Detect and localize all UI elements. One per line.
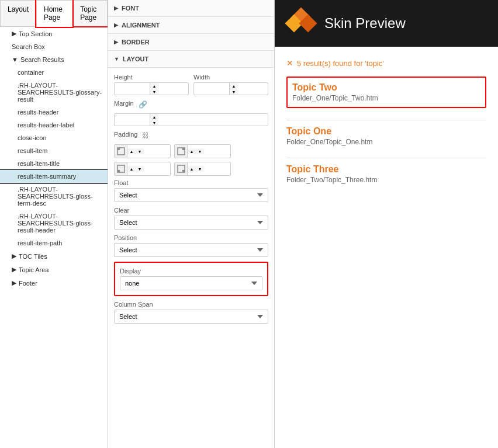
left-panel: Layout Home Page Topic Page ▶ Top Sectio… <box>0 0 108 448</box>
width-label: Width <box>193 74 268 81</box>
sidebar-item-search-box[interactable]: Search Box <box>0 40 108 53</box>
result-divider-1 <box>286 120 486 120</box>
padding-br-icon <box>175 162 188 175</box>
padding-tr-spinner: ▲ ▼ <box>188 148 204 154</box>
margin-row: Margin 🔗 <box>114 100 268 109</box>
tab-layout[interactable]: Layout <box>0 0 36 26</box>
svg-rect-3 <box>182 148 185 150</box>
column-span-label: Column Span <box>114 301 268 308</box>
float-row: Float Select none left right <box>114 179 268 202</box>
middle-panel: ▶ FONT ▶ ALIGNMENT ▶ BORDER ▼ LAYOUT Hei… <box>108 0 275 448</box>
padding-bl-input[interactable]: 0 px <box>144 164 170 173</box>
height-width-row: Height ▲ ▼ Width ▲ ▼ <box>114 74 268 95</box>
sidebar-item-footer[interactable]: ▶ Footer <box>0 276 108 290</box>
padding-tl-up[interactable]: ▲ <box>127 148 136 154</box>
width-input[interactable] <box>194 84 229 94</box>
float-select[interactable]: Select none left right <box>114 188 268 202</box>
width-up-btn[interactable]: ▲ <box>230 83 238 89</box>
padding-br-input[interactable]: 0 px <box>204 164 230 173</box>
padding-bl-down[interactable]: ▼ <box>136 166 144 172</box>
margin-input-row: ▲ ▼ <box>114 113 268 126</box>
column-span-select[interactable]: Select 1 2 3 <box>114 310 268 324</box>
padding-bottom-right-item: ▲ ▼ 0 px <box>174 162 231 176</box>
border-section-label: BORDER <box>122 39 150 46</box>
sidebar-item-close-icon[interactable]: close-icon <box>0 131 108 144</box>
display-label: Display <box>120 268 262 275</box>
padding-tr-up[interactable]: ▲ <box>188 148 196 154</box>
sidebar-item-results-header[interactable]: results-header <box>0 106 108 119</box>
padding-header-row: Padding ⛓ <box>114 131 268 140</box>
x-icon: ✕ <box>286 58 293 68</box>
margin-up-btn[interactable]: ▲ <box>150 114 158 120</box>
tab-home-page[interactable]: Home Page <box>36 0 72 27</box>
font-section-label: FONT <box>122 5 139 12</box>
alignment-section-label: ALIGNMENT <box>122 22 160 29</box>
font-expand-arrow: ▶ <box>114 5 118 11</box>
alignment-section-header[interactable]: ▶ ALIGNMENT <box>108 17 274 34</box>
width-spinners: ▲ ▼ <box>229 83 238 95</box>
font-section-header[interactable]: ▶ FONT <box>108 0 274 17</box>
sidebar-item-toc-tiles[interactable]: ▶ TOC Tiles <box>0 249 108 263</box>
padding-tr-down[interactable]: ▼ <box>196 148 204 154</box>
position-select[interactable]: Select static relative absolute fixed <box>114 243 268 257</box>
link-icon-margin[interactable]: 🔗 <box>139 100 147 109</box>
sidebar-item-result-item-path[interactable]: result-item-path <box>0 237 108 249</box>
padding-tl-down[interactable]: ▼ <box>136 148 144 154</box>
padding-row-2: ▲ ▼ 0 px ▲ ▼ 0 px <box>114 162 268 176</box>
height-label: Height <box>114 74 189 81</box>
sidebar-item-result-item[interactable]: result-item <box>0 144 108 157</box>
padding-br-down[interactable]: ▼ <box>196 166 204 172</box>
padding-bl-up[interactable]: ▲ <box>127 166 136 172</box>
border-section-header[interactable]: ▶ BORDER <box>108 34 274 51</box>
result-item-2: Topic Three Folder_Two/Topic_Three.htm <box>286 164 486 184</box>
sidebar-item-rh-layout-3[interactable]: .RH-LAYOUT-SEARCHRESULTS-gloss-result-he… <box>0 210 108 237</box>
results-count-text: 5 result(s) found for 'topic' <box>297 59 384 68</box>
padding-br-up[interactable]: ▲ <box>188 166 196 172</box>
position-label: Position <box>114 234 268 241</box>
padding-tr-icon <box>175 145 188 158</box>
display-select[interactable]: none block inline inline-block flex <box>120 276 262 290</box>
width-down-btn[interactable]: ▼ <box>230 89 238 95</box>
sidebar-item-topic-area[interactable]: ▶ Topic Area <box>0 263 108 276</box>
sidebar-item-top-section[interactable]: ▶ Top Section <box>0 27 108 40</box>
margin-input-group: ▲ ▼ <box>114 113 268 126</box>
preview-content: ✕ 5 result(s) found for 'topic' Topic Tw… <box>275 47 498 448</box>
position-row: Position Select static relative absolute… <box>114 234 268 257</box>
height-up-btn[interactable]: ▲ <box>150 83 158 89</box>
margin-input[interactable] <box>115 114 150 125</box>
result-title-2[interactable]: Topic Three <box>286 164 486 175</box>
result-path-0: Folder_One/Topic_Two.htm <box>292 94 480 102</box>
layout-section-label: LAYOUT <box>123 55 148 62</box>
padding-tl-input[interactable]: 0.5 r... <box>144 147 170 156</box>
sidebar-item-container[interactable]: container <box>0 66 108 79</box>
sidebar-item-result-item-title[interactable]: result-item-title <box>0 157 108 170</box>
logo-icon <box>286 9 316 38</box>
sidebar-item-results-header-label[interactable]: results-header-label <box>0 119 108 131</box>
link-icon-padding[interactable]: ⛓ <box>142 131 149 140</box>
height-down-btn[interactable]: ▼ <box>150 89 158 95</box>
result-title-1[interactable]: Topic One <box>286 126 486 137</box>
sidebar-item-result-item-summary[interactable]: result-item-summary <box>0 170 108 183</box>
margin-down-btn[interactable]: ▼ <box>150 120 158 126</box>
alignment-expand-arrow: ▶ <box>114 22 118 28</box>
sidebar-item-rh-layout-2[interactable]: .RH-LAYOUT-SEARCHRESULTS-gloss-term-desc <box>0 183 108 210</box>
clear-row: Clear Select none both left right <box>114 207 268 230</box>
result-title-0[interactable]: Topic Two <box>292 82 480 93</box>
result-item-0: Topic Two Folder_One/Topic_Two.htm <box>286 77 486 108</box>
tabs-row: Layout Home Page Topic Page <box>0 0 108 27</box>
padding-top-right-item: ▲ ▼ 0.5 r... <box>174 144 231 158</box>
svg-rect-5 <box>117 170 120 172</box>
padding-tl-spinner: ▲ ▼ <box>127 148 144 154</box>
padding-row-1: ▲ ▼ 0.5 r... ▲ ▼ 0.5 r... <box>114 144 268 158</box>
sidebar-item-search-results[interactable]: ▼ Search Results <box>0 53 108 66</box>
clear-select[interactable]: Select none both left right <box>114 216 268 230</box>
padding-tr-input[interactable]: 0.5 r... <box>204 147 230 156</box>
width-input-group: ▲ ▼ <box>193 82 268 95</box>
padding-tl-icon <box>115 145 127 158</box>
tab-topic-page[interactable]: Topic Page <box>72 0 108 26</box>
result-divider-2 <box>286 158 486 158</box>
layout-section-header[interactable]: ▼ LAYOUT <box>108 51 274 68</box>
height-input[interactable] <box>115 84 150 94</box>
sidebar-item-rh-layout-1[interactable]: .RH-LAYOUT-SEARCHRESULTS-glossary-result <box>0 79 108 106</box>
column-span-section: Column Span Select 1 2 3 <box>114 301 268 324</box>
